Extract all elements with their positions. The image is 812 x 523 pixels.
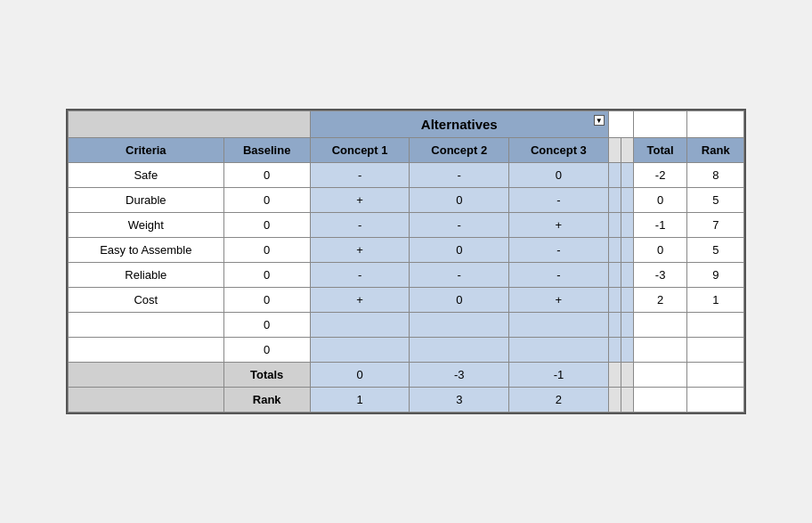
c1-reliable: - [310, 263, 410, 288]
totals-extra2 [621, 363, 633, 388]
c2-easy: 0 [410, 238, 509, 263]
c3-easy: - [509, 238, 609, 263]
totals-row: Totals 0 -3 -1 [69, 363, 744, 388]
c3-durable: - [509, 188, 609, 213]
totals-c1: 0 [310, 363, 410, 388]
main-table-wrapper: Alternatives ▼ Criteria Baseline Concept… [66, 109, 746, 414]
empty-c2-1 [410, 313, 509, 338]
empty-baseline-1: 0 [223, 313, 310, 338]
totals-label: Totals [223, 363, 310, 388]
concept1-col-header: Concept 1 [310, 138, 410, 163]
criteria-reliable: Reliable [69, 263, 224, 288]
table-row: Weight 0 - - + -1 7 [69, 213, 744, 238]
empty-baseline-2: 0 [223, 338, 310, 363]
empty-criteria-1 [69, 313, 224, 338]
c3-weight: + [509, 213, 609, 238]
empty-c3-1 [509, 313, 609, 338]
totals-empty-criteria [69, 363, 224, 388]
empty-c1-1 [310, 313, 410, 338]
criteria-col-header: Criteria [69, 138, 224, 163]
rank-c1: 1 [310, 388, 410, 413]
total-cost: 2 [633, 288, 687, 313]
criteria-durable: Durable [69, 188, 224, 213]
c3-safe: 0 [509, 163, 609, 188]
totals-c3: -1 [509, 363, 609, 388]
baseline-easy: 0 [223, 238, 310, 263]
empty-total-2 [633, 338, 687, 363]
empty-row-2: 0 [69, 338, 744, 363]
baseline-weight: 0 [223, 213, 310, 238]
table-row: Reliable 0 - - - -3 9 [69, 263, 744, 288]
rank-rank [687, 388, 744, 413]
top-right-blank-2 [633, 111, 687, 138]
extra-col-2-header [621, 138, 633, 163]
c2-durable: 0 [410, 188, 509, 213]
baseline-reliable: 0 [223, 263, 310, 288]
rank-row: Rank 1 3 2 [69, 388, 744, 413]
rank-total [633, 388, 687, 413]
rank-c2: 3 [410, 388, 509, 413]
table-row: Safe 0 - - 0 -2 8 [69, 163, 744, 188]
empty-extra2-1 [621, 313, 633, 338]
rank-weight: 7 [687, 213, 744, 238]
top-right-blank-3 [687, 111, 744, 138]
total-col-header: Total [633, 138, 687, 163]
alternatives-label: Alternatives [421, 117, 498, 132]
rank-durable: 5 [687, 188, 744, 213]
rank-col-header: Rank [687, 138, 744, 163]
c2-cost: 0 [410, 288, 509, 313]
empty-row-1: 0 [69, 313, 744, 338]
concept2-col-header: Concept 2 [410, 138, 509, 163]
criteria-easy-to-assemble: Easy to Assemble [69, 238, 224, 263]
extra1-safe [608, 163, 621, 188]
rank-empty-criteria [69, 388, 224, 413]
empty-rank-2 [687, 338, 744, 363]
empty-extra2-2 [621, 338, 633, 363]
rank-c3: 2 [509, 388, 609, 413]
extra2-durable [621, 188, 633, 213]
c1-weight: - [310, 213, 410, 238]
criteria-safe: Safe [69, 163, 224, 188]
rank-easy: 5 [687, 238, 744, 263]
empty-rank-1 [687, 313, 744, 338]
c3-reliable: - [509, 263, 609, 288]
extra1-weight [608, 213, 621, 238]
totals-total [633, 363, 687, 388]
c1-safe: - [310, 163, 410, 188]
baseline-durable: 0 [223, 188, 310, 213]
totals-rank [687, 363, 744, 388]
c2-safe: - [410, 163, 509, 188]
c1-durable: + [310, 188, 410, 213]
extra2-easy [621, 238, 633, 263]
extra1-durable [608, 188, 621, 213]
baseline-cost: 0 [223, 288, 310, 313]
c2-weight: - [410, 213, 509, 238]
dropdown-icon[interactable]: ▼ [594, 115, 605, 126]
empty-c2-2 [410, 338, 509, 363]
concept3-col-header: Concept 3 [509, 138, 609, 163]
empty-criteria-2 [69, 338, 224, 363]
extra1-cost [608, 288, 621, 313]
extra2-safe [621, 163, 633, 188]
extra2-cost [621, 288, 633, 313]
table-row: Durable 0 + 0 - 0 5 [69, 188, 744, 213]
empty-c3-2 [509, 338, 609, 363]
rank-safe: 8 [687, 163, 744, 188]
rank-extra2 [621, 388, 633, 413]
extra1-easy [608, 238, 621, 263]
total-reliable: -3 [633, 263, 687, 288]
total-durable: 0 [633, 188, 687, 213]
baseline-col-header: Baseline [223, 138, 310, 163]
table-row: Cost 0 + 0 + 2 1 [69, 288, 744, 313]
rank-cost: 1 [687, 288, 744, 313]
rank-extra1 [608, 388, 621, 413]
total-weight: -1 [633, 213, 687, 238]
empty-c1-2 [310, 338, 410, 363]
rank-reliable: 9 [687, 263, 744, 288]
baseline-safe: 0 [223, 163, 310, 188]
extra-col-1-header [608, 138, 621, 163]
alternatives-header: Alternatives ▼ [310, 111, 608, 138]
rank-label: Rank [223, 388, 310, 413]
totals-c2: -3 [410, 363, 509, 388]
empty-extra1-1 [608, 313, 621, 338]
